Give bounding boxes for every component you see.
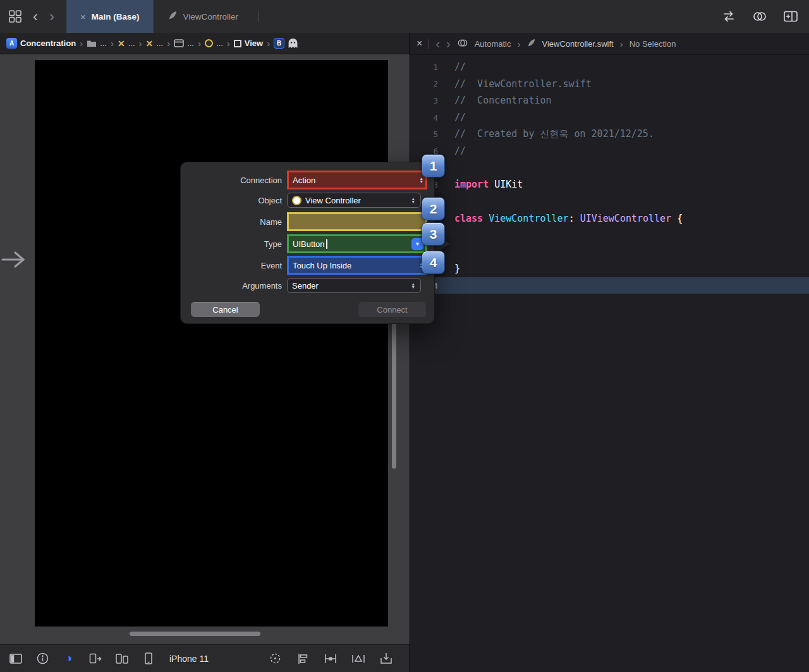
- chevron-separator-icon: ›: [620, 39, 623, 49]
- add-constraints-icon[interactable]: [324, 652, 338, 666]
- code-review-icon[interactable]: [722, 10, 736, 23]
- horizontal-scrollbar[interactable]: [130, 632, 260, 636]
- connection-popover: Connection Action ▲▼ Object View Control…: [181, 162, 434, 323]
- connect-button[interactable]: Connect: [358, 302, 426, 317]
- callout-badge-4: 4: [422, 251, 445, 274]
- jump-bar-automatic[interactable]: Automatic: [475, 39, 511, 49]
- code-line[interactable]: 7: [410, 160, 809, 177]
- stepper-icon: ▲▼: [420, 177, 425, 184]
- source-text: }: [444, 263, 460, 274]
- arguments-popup[interactable]: Sender ▲▼: [287, 278, 421, 293]
- code-line[interactable]: 6//: [410, 143, 809, 160]
- appearance-toggle-icon[interactable]: ◑: [62, 652, 76, 666]
- line-number[interactable]: 3: [410, 96, 444, 105]
- chevron-separator-icon: ›: [266, 38, 271, 49]
- adaptive-layout-icon[interactable]: [115, 652, 129, 666]
- view-controller-canvas[interactable]: [35, 60, 388, 627]
- device-label[interactable]: iPhone 11: [169, 654, 209, 664]
- stepper-icon: ▲▼: [411, 197, 417, 204]
- object-row: Object View Controller ▲▼: [188, 193, 421, 208]
- auto-layout-controls: [268, 652, 393, 666]
- line-number[interactable]: 5: [410, 129, 444, 139]
- breadcrumb-view[interactable]: View: [234, 39, 263, 48]
- event-label: Event: [188, 261, 282, 270]
- object-label: Object: [188, 196, 282, 205]
- source-text: import UIKit: [444, 179, 523, 190]
- source-text: // ViewController.swift: [444, 78, 592, 90]
- add-editor-icon[interactable]: [784, 10, 798, 23]
- code-line[interactable]: 3// Concentration: [410, 92, 809, 109]
- code-line[interactable]: 4//: [410, 109, 809, 126]
- connection-popup[interactable]: Action ▲▼: [287, 171, 427, 189]
- object-popup[interactable]: View Controller ▲▼: [287, 193, 421, 208]
- xcode-window: ‹ › × Main (Base) ViewController: [0, 0, 809, 672]
- jump-bar-selection[interactable]: No Selection: [630, 39, 676, 49]
- chevron-separator-icon: ›: [518, 39, 521, 49]
- line-number[interactable]: 2: [410, 79, 444, 88]
- source-text: class ViewController: UIViewController {: [444, 213, 683, 224]
- code-line[interactable]: 2// ViewController.swift: [410, 76, 809, 93]
- storyboard-entry-arrow[interactable]: [1, 250, 29, 272]
- counterparts-icon[interactable]: [752, 10, 767, 23]
- align-icon[interactable]: [296, 652, 310, 666]
- update-frames-icon[interactable]: [268, 652, 282, 666]
- breadcrumb-view-controller[interactable]: ...: [205, 39, 223, 48]
- ib-jump-bar: A Concentration › ... › ✕ ... › ✕ ... › …: [0, 33, 410, 54]
- source-text: // Created by 신현욱 on 2021/12/25.: [444, 128, 654, 140]
- back-button[interactable]: ‹: [435, 37, 440, 50]
- breadcrumb-window[interactable]: ...: [174, 39, 194, 48]
- type-combobox[interactable]: UIButton ▼: [287, 234, 427, 253]
- breadcrumb-group[interactable]: ...: [87, 39, 107, 48]
- event-row: Event Touch Up Inside ▲▼: [188, 256, 427, 275]
- device-icon[interactable]: [142, 652, 155, 666]
- type-row: Type UIButton ▼: [188, 234, 427, 253]
- code-line[interactable]: 13}: [410, 260, 809, 277]
- breadcrumb-project[interactable]: A Concentration: [6, 38, 76, 49]
- embed-icon[interactable]: [379, 652, 393, 666]
- interface-builder-canvas[interactable]: [0, 54, 410, 644]
- code-line[interactable]: 1//: [410, 59, 809, 76]
- arguments-row: Arguments Sender ▲▼: [188, 278, 421, 293]
- forward-button[interactable]: ›: [446, 37, 451, 50]
- code-line[interactable]: 12: [410, 244, 809, 261]
- cancel-button[interactable]: Cancel: [191, 302, 260, 317]
- tab-main-base[interactable]: × Main (Base): [66, 0, 154, 33]
- event-popup[interactable]: Touch Up Inside ▲▼: [287, 256, 427, 275]
- name-label: Name: [188, 217, 282, 227]
- line-number[interactable]: 4: [410, 113, 444, 123]
- code-line[interactable]: 11: [410, 227, 809, 244]
- breadcrumb-button[interactable]: B: [274, 38, 284, 49]
- chevron-separator-icon: ›: [226, 38, 231, 49]
- code-line[interactable]: 10class ViewController: UIViewController…: [410, 210, 809, 227]
- name-row: Name: [188, 212, 427, 231]
- scene-icon: ✕: [146, 39, 154, 49]
- source-editor-pane: × ‹ › Automatic › ViewController.swift ›…: [410, 33, 809, 672]
- code-line[interactable]: 14: [410, 277, 809, 294]
- document-outline-toggle-icon[interactable]: [9, 652, 23, 666]
- line-number[interactable]: 1: [410, 63, 444, 72]
- chevron-separator-icon: ›: [197, 38, 202, 49]
- jump-bar-file[interactable]: ViewController.swift: [542, 39, 614, 49]
- text-cursor: [326, 239, 327, 249]
- breadcrumb-storyboard[interactable]: ✕ ...: [118, 39, 135, 49]
- breadcrumb-scene[interactable]: ✕ ...: [146, 39, 164, 49]
- source-text: //: [444, 112, 466, 123]
- source-text: // Concentration: [444, 95, 552, 106]
- orientation-icon[interactable]: [88, 652, 102, 666]
- accessibility-inspector-icon[interactable]: [35, 652, 49, 666]
- back-button[interactable]: ‹: [33, 9, 38, 24]
- code-line[interactable]: 5// Created by 신현욱 on 2021/12/25.: [410, 126, 809, 143]
- code-editor[interactable]: 1//2// ViewController.swift3// Concentra…: [410, 54, 809, 672]
- resolve-issues-icon[interactable]: [351, 652, 365, 666]
- related-items-grid-icon[interactable]: [9, 10, 21, 23]
- name-field[interactable]: [287, 212, 427, 231]
- ghost-icon: [288, 38, 298, 49]
- view-icon: [234, 40, 241, 47]
- tab-viewcontroller[interactable]: ViewController: [154, 0, 253, 33]
- folder-icon: [87, 39, 97, 47]
- code-line[interactable]: 9: [410, 193, 809, 210]
- chevron-separator-icon: ›: [138, 38, 143, 49]
- code-line[interactable]: 8import UIKit: [410, 176, 809, 193]
- forward-button[interactable]: ›: [49, 9, 54, 24]
- close-split-icon[interactable]: ×: [417, 38, 422, 49]
